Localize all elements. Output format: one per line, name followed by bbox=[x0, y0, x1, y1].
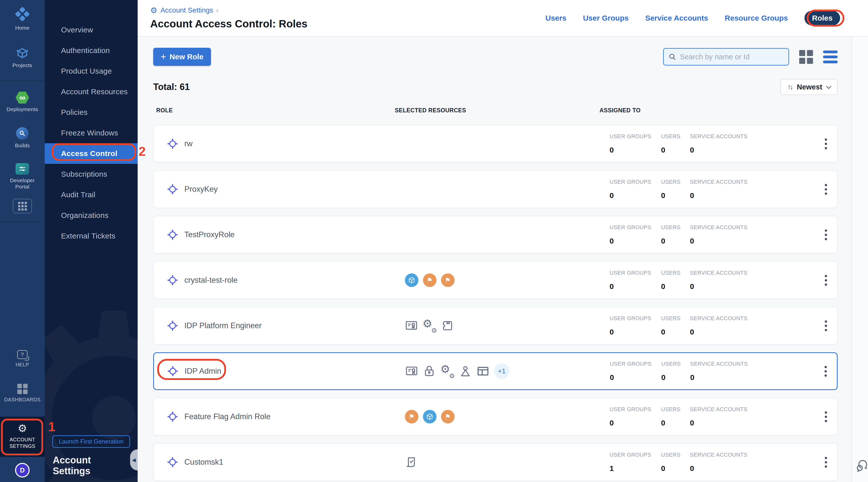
plus-icon: + bbox=[161, 52, 166, 61]
rail-divider bbox=[0, 222, 45, 222]
table-row[interactable]: Feature Flag Admin Role ⚑ ⚑ USER GROUPS0… bbox=[153, 398, 838, 435]
tab-user-groups[interactable]: User Groups bbox=[583, 14, 629, 22]
sidebar-item-product-usage[interactable]: Product Usage bbox=[45, 61, 137, 82]
rail-item-account-settings[interactable]: ⚙ ACCOUNT SETTINGS bbox=[0, 417, 45, 457]
service-accounts-count: 0 bbox=[690, 146, 802, 154]
service-accounts-count: 0 bbox=[690, 237, 802, 245]
row-menu-button[interactable] bbox=[822, 227, 830, 243]
rail-item-help[interactable]: ? HELP bbox=[0, 350, 45, 368]
user-groups-label: USER GROUPS bbox=[610, 406, 661, 413]
list-view-button[interactable] bbox=[823, 51, 838, 63]
tab-service-accounts[interactable]: Service Accounts bbox=[645, 14, 708, 22]
search-icon bbox=[668, 53, 676, 61]
role-target-icon bbox=[166, 365, 179, 378]
table-row[interactable]: IDP Platform Engineer ⚙⚙ USER GROUPS0 US… bbox=[153, 307, 838, 344]
chevron-down-icon bbox=[826, 84, 831, 89]
users-count: 0 bbox=[661, 282, 690, 291]
users-label: USERS bbox=[661, 224, 690, 231]
service-accounts-count: 0 bbox=[690, 328, 802, 336]
sidebar-title: Account Settings bbox=[52, 455, 130, 477]
tab-users[interactable]: Users bbox=[546, 14, 566, 22]
table-row[interactable]: Customsk1 USER GROUPS1 USERS0 SERVICE AC… bbox=[153, 443, 838, 481]
user-groups-count: 0 bbox=[610, 237, 661, 245]
rail-item-dashboards[interactable]: DASHBOARDS bbox=[0, 384, 45, 402]
new-role-button[interactable]: + New Role bbox=[153, 48, 211, 66]
sidebar-item-overview[interactable]: Overview bbox=[45, 20, 137, 40]
role-name[interactable]: TestProxyRole bbox=[184, 230, 235, 239]
table-row[interactable]: rw USER GROUPS0 USERS0 SERVICE ACCOUNTS0 bbox=[153, 125, 838, 162]
sidebar-item-freeze-windows[interactable]: Freeze Windows bbox=[45, 123, 137, 143]
sidebar-item-authentication[interactable]: Authentication bbox=[45, 40, 137, 61]
roles-list: rw USER GROUPS0 USERS0 SERVICE ACCOUNTS0 bbox=[153, 125, 838, 481]
role-target-icon bbox=[166, 274, 179, 287]
home-icon bbox=[14, 6, 30, 23]
sidebar-item-external-tickets[interactable]: External Tickets bbox=[45, 226, 137, 246]
services-resource-icon: ⚙⚙ bbox=[440, 365, 454, 378]
search-input[interactable] bbox=[680, 53, 784, 61]
sidebar-item-policies[interactable]: Policies bbox=[45, 102, 137, 123]
tab-roles[interactable]: Roles bbox=[804, 11, 840, 25]
service-accounts-count: 0 bbox=[690, 419, 802, 427]
role-name[interactable]: IDP Platform Engineer bbox=[184, 321, 262, 330]
rail-item-builds[interactable]: Builds bbox=[0, 127, 45, 149]
sidebar-item-account-resources[interactable]: Account Resources bbox=[45, 82, 137, 102]
page-title: Account Access Control: Roles bbox=[150, 18, 546, 30]
support-chat-icon[interactable] bbox=[855, 458, 868, 474]
rail-item-projects[interactable]: Projects bbox=[0, 47, 45, 68]
row-menu-button[interactable] bbox=[822, 181, 830, 197]
certificate-resource-icon bbox=[405, 319, 418, 332]
service-accounts-label: SERVICE ACCOUNTS bbox=[690, 179, 802, 185]
column-assigned-to: ASSIGNED TO bbox=[599, 107, 802, 114]
users-count: 0 bbox=[661, 146, 690, 154]
deployment-resource-icon bbox=[423, 410, 436, 423]
role-name[interactable]: Feature Flag Admin Role bbox=[184, 412, 271, 421]
list-summary: Total: 61 ↑↓ Newest bbox=[153, 79, 838, 95]
rail-label: ACCOUNT SETTINGS bbox=[7, 436, 37, 449]
user-avatar[interactable]: D bbox=[15, 463, 30, 478]
users-count: 0 bbox=[661, 373, 690, 382]
table-row[interactable]: TestProxyRole USER GROUPS0 USERS0 SERVIC… bbox=[153, 216, 838, 253]
row-menu-button[interactable] bbox=[822, 136, 830, 152]
sidebar-item-subscriptions[interactable]: Subscriptions bbox=[45, 164, 137, 184]
rail-item-deployments[interactable]: ∞ Deployments bbox=[0, 91, 45, 112]
row-menu-button[interactable] bbox=[822, 318, 830, 334]
dashboards-icon bbox=[17, 384, 28, 394]
row-menu-button[interactable] bbox=[822, 409, 830, 425]
role-name[interactable]: rw bbox=[184, 139, 193, 148]
sidebar-footer: Launch First Generation Account Settings bbox=[45, 435, 137, 482]
launch-first-generation-button[interactable]: Launch First Generation bbox=[52, 435, 130, 448]
role-name[interactable]: ProxyKey bbox=[184, 185, 218, 194]
rail-item-developer-portal[interactable]: Developer Portal bbox=[0, 163, 45, 190]
users-count: 0 bbox=[661, 191, 690, 200]
page-header: ⚙ Account Settings › Account Access Cont… bbox=[137, 0, 868, 37]
table-row[interactable]: ProxyKey USER GROUPS0 USERS0 SERVICE ACC… bbox=[153, 170, 838, 208]
role-name[interactable]: IDP Admin bbox=[185, 367, 221, 376]
users-label: USERS bbox=[661, 361, 690, 367]
row-menu-button[interactable] bbox=[822, 454, 830, 470]
role-name[interactable]: crystal-test-role bbox=[184, 276, 238, 285]
services-resource-icon: ⚙⚙ bbox=[423, 319, 436, 332]
rail-item-home[interactable]: Home bbox=[0, 7, 45, 31]
apps-grid-button[interactable] bbox=[13, 199, 32, 213]
table-row-idp-admin[interactable]: IDP Admin ⚙⚙ +1 USER GROUPS0 USE bbox=[153, 352, 838, 390]
role-target-icon bbox=[166, 183, 179, 195]
role-name[interactable]: Customsk1 bbox=[184, 458, 223, 467]
user-groups-label: USER GROUPS bbox=[610, 179, 661, 185]
sidebar-item-organizations[interactable]: Organizations bbox=[45, 205, 137, 226]
breadcrumb-link[interactable]: Account Settings bbox=[160, 6, 213, 14]
column-selected-resources: SELECTED RESOURCES bbox=[395, 107, 599, 114]
users-label: USERS bbox=[661, 270, 690, 276]
role-target-icon bbox=[166, 320, 179, 332]
sidebar-item-access-control[interactable]: Access Control bbox=[45, 143, 137, 164]
row-menu-button[interactable] bbox=[822, 272, 830, 288]
more-resources-badge[interactable]: +1 bbox=[494, 363, 509, 379]
tab-resource-groups[interactable]: Resource Groups bbox=[725, 14, 788, 22]
row-menu-button[interactable] bbox=[822, 363, 829, 379]
service-accounts-count: 0 bbox=[690, 191, 802, 200]
grid-view-button[interactable] bbox=[799, 50, 813, 64]
sidebar-item-audit-trail[interactable]: Audit Trail bbox=[45, 184, 137, 205]
rail-label: Home bbox=[15, 25, 29, 31]
container-resource-icon bbox=[441, 319, 454, 332]
table-row[interactable]: crystal-test-role ⚑ ⚑ USER GROUPS0 USERS… bbox=[153, 261, 838, 299]
sort-dropdown[interactable]: ↑↓ Newest bbox=[780, 79, 838, 95]
